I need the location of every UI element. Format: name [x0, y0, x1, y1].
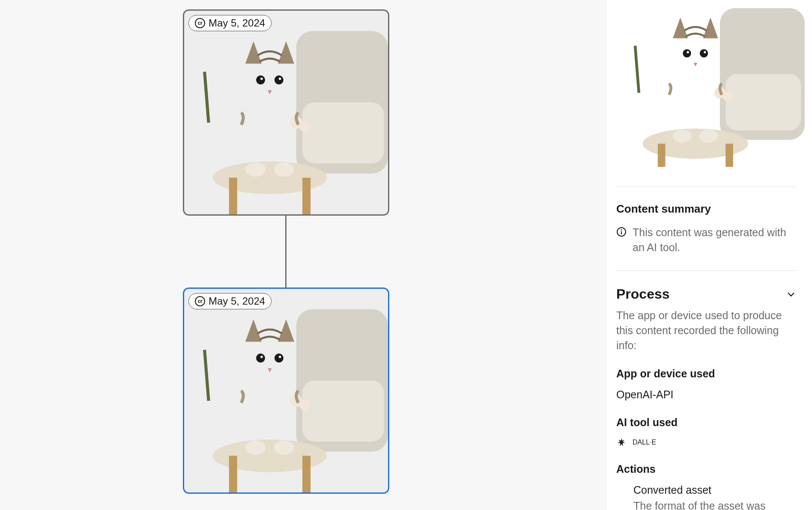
selected-asset-preview[interactable] — [616, 0, 805, 167]
credentials-cr-icon: cr — [195, 296, 205, 306]
actions-label: Actions — [616, 463, 796, 475]
ai-tool-value: DALL·E — [633, 439, 656, 446]
provenance-graph-canvas[interactable]: cr May 5, 2024 cr May 5, 2024 — [0, 0, 606, 510]
content-summary-row: This content was generated with an AI to… — [616, 225, 796, 255]
app-used-label: App or device used — [616, 368, 796, 380]
ai-tool-label: AI tool used — [616, 416, 796, 429]
credentials-date-badge[interactable]: cr May 5, 2024 — [188, 293, 272, 309]
divider — [616, 270, 796, 271]
action-description: The format of the asset was changed — [633, 499, 796, 510]
asset-preview-image — [616, 0, 805, 167]
action-item: Converted asset The format of the asset … — [633, 484, 796, 510]
app-used-value: OpenAI-API — [616, 388, 796, 401]
ai-tool-row: DALL·E — [616, 437, 796, 448]
node-date-text: May 5, 2024 — [209, 18, 265, 28]
node-date-text: May 5, 2024 — [209, 296, 265, 306]
content-summary-text: This content was generated with an AI to… — [633, 225, 796, 255]
credentials-date-badge[interactable]: cr May 5, 2024 — [188, 15, 272, 31]
process-description: The app or device used to produce this c… — [616, 308, 796, 353]
credentials-cr-icon: cr — [195, 18, 205, 28]
divider — [616, 187, 796, 187]
process-title: Process — [616, 286, 670, 302]
asset-thumbnail — [184, 11, 388, 214]
graph-node-selected[interactable]: cr May 5, 2024 — [183, 288, 389, 494]
graph-node-parent[interactable]: cr May 5, 2024 — [183, 9, 389, 216]
details-sidebar: Content summary This content was generat… — [606, 0, 812, 510]
content-summary-heading: Content summary — [616, 202, 796, 216]
action-title: Converted asset — [633, 484, 796, 496]
sparkle-icon — [616, 437, 627, 448]
chevron-down-icon — [786, 290, 796, 299]
process-section-header[interactable]: Process — [616, 286, 796, 302]
info-icon — [616, 227, 627, 237]
asset-thumbnail — [184, 289, 388, 492]
graph-connector — [285, 216, 287, 288]
